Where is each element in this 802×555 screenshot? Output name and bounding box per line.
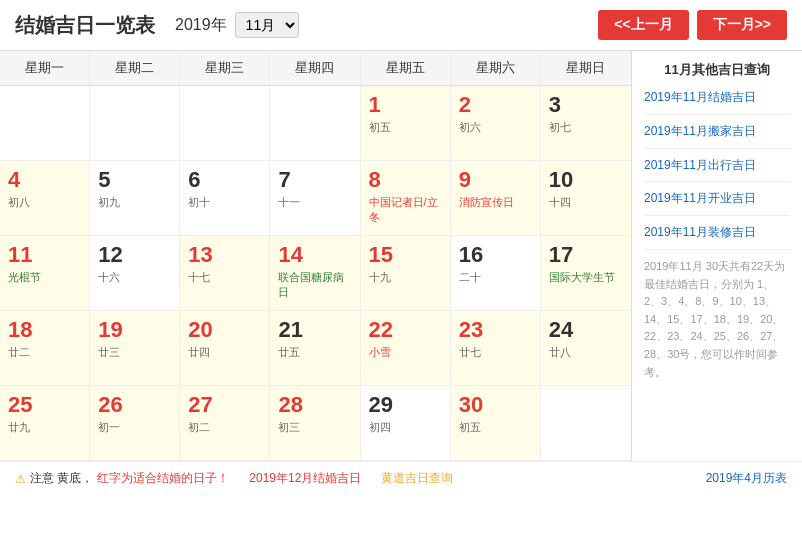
day-lunar: 小雪 <box>369 345 442 360</box>
day-cell[interactable]: 13十七 <box>180 236 270 311</box>
day-lunar: 初十 <box>188 195 261 210</box>
sidebar-divider-3 <box>644 181 790 182</box>
day-cell[interactable]: 26初一 <box>90 386 180 461</box>
day-number: 18 <box>8 317 81 343</box>
sidebar-link-business[interactable]: 2019年11月开业吉日 <box>644 190 790 207</box>
day-number: 19 <box>98 317 171 343</box>
day-cell <box>0 86 90 161</box>
day-cell[interactable]: 29初四 <box>361 386 451 461</box>
day-number: 26 <box>98 392 171 418</box>
day-number: 23 <box>459 317 532 343</box>
day-cell[interactable]: 21廿五 <box>270 311 360 386</box>
day-lunar: 十九 <box>369 270 442 285</box>
day-cell[interactable]: 8中国记者日/立冬 <box>361 161 451 236</box>
sidebar-divider-4 <box>644 215 790 216</box>
day-number: 5 <box>98 167 171 193</box>
sidebar-link-wedding[interactable]: 2019年11月结婚吉日 <box>644 89 790 106</box>
weekday-thu: 星期四 <box>270 51 360 85</box>
day-lunar: 初五 <box>459 420 532 435</box>
day-lunar: 二十 <box>459 270 532 285</box>
day-cell[interactable]: 16二十 <box>451 236 541 311</box>
day-lunar: 联合国糖尿病日 <box>278 270 351 300</box>
page-title: 结婚吉日一览表 <box>15 12 155 39</box>
year-label: 2019年 <box>175 15 227 36</box>
day-number: 7 <box>278 167 351 193</box>
day-cell[interactable]: 10十四 <box>541 161 631 236</box>
day-lunar: 光棍节 <box>8 270 81 285</box>
footer: ⚠ 注意 黄底， 红字为适合结婚的日子！ 2019年12月结婚吉日 黄道吉日查询… <box>0 461 802 495</box>
warning-icon: ⚠ <box>15 472 26 486</box>
weekday-tue: 星期二 <box>90 51 180 85</box>
day-number: 4 <box>8 167 81 193</box>
history-link[interactable]: 2019年4月历表 <box>706 470 787 487</box>
day-cell[interactable]: 22小雪 <box>361 311 451 386</box>
day-lunar: 初五 <box>369 120 442 135</box>
day-lunar: 廿三 <box>98 345 171 360</box>
day-cell[interactable]: 17国际大学生节 <box>541 236 631 311</box>
day-cell[interactable]: 23廿七 <box>451 311 541 386</box>
nav-buttons: <<上一月 下一月>> <box>598 10 787 40</box>
month-select[interactable]: 1月2月3月4月 5月6月7月8月 9月10月11月12月 <box>235 12 299 38</box>
day-lunar: 初四 <box>369 420 442 435</box>
day-cell[interactable]: 30初五 <box>451 386 541 461</box>
weekday-fri: 星期五 <box>361 51 451 85</box>
day-lunar: 十四 <box>549 195 623 210</box>
day-cell[interactable]: 9消防宣传日 <box>451 161 541 236</box>
day-cell[interactable]: 20廿四 <box>180 311 270 386</box>
day-lunar: 初二 <box>188 420 261 435</box>
note-text: 注意 黄底， <box>30 470 93 487</box>
day-number: 17 <box>549 242 623 268</box>
day-cell[interactable]: 11光棍节 <box>0 236 90 311</box>
day-number: 10 <box>549 167 623 193</box>
day-cell[interactable]: 14联合国糖尿病日 <box>270 236 360 311</box>
day-lunar: 初一 <box>98 420 171 435</box>
day-cell[interactable]: 5初九 <box>90 161 180 236</box>
day-cell[interactable]: 28初三 <box>270 386 360 461</box>
day-lunar: 初八 <box>8 195 81 210</box>
day-cell[interactable]: 15十九 <box>361 236 451 311</box>
day-cell[interactable]: 7十一 <box>270 161 360 236</box>
sidebar-link-renovation[interactable]: 2019年11月装修吉日 <box>644 224 790 241</box>
next-month-link[interactable]: 2019年12月结婚吉日 <box>249 470 361 487</box>
day-number: 13 <box>188 242 261 268</box>
day-cell[interactable]: 2初六 <box>451 86 541 161</box>
day-number: 16 <box>459 242 532 268</box>
day-number: 11 <box>8 242 81 268</box>
day-cell[interactable]: 6初十 <box>180 161 270 236</box>
day-lunar: 初三 <box>278 420 351 435</box>
sidebar-info: 2019年11月 30天共有22天为最佳结婚吉日，分别为 1、2、3、4、8、9… <box>644 258 790 381</box>
day-cell[interactable]: 12十六 <box>90 236 180 311</box>
weekday-sun: 星期日 <box>541 51 631 85</box>
weekday-wed: 星期三 <box>180 51 270 85</box>
sidebar-divider-5 <box>644 249 790 250</box>
query-link[interactable]: 黄道吉日查询 <box>381 470 453 487</box>
day-cell <box>90 86 180 161</box>
next-month-button[interactable]: 下一月>> <box>697 10 787 40</box>
weekday-header: 星期一 星期二 星期三 星期四 星期五 星期六 星期日 <box>0 51 631 86</box>
day-lunar: 廿五 <box>278 345 351 360</box>
day-number: 28 <box>278 392 351 418</box>
day-cell[interactable]: 25廿九 <box>0 386 90 461</box>
day-cell[interactable]: 3初七 <box>541 86 631 161</box>
prev-month-button[interactable]: <<上一月 <box>598 10 688 40</box>
day-lunar: 中国记者日/立冬 <box>369 195 442 225</box>
day-lunar: 廿八 <box>549 345 623 360</box>
day-cell[interactable]: 18廿二 <box>0 311 90 386</box>
sidebar-link-moving[interactable]: 2019年11月搬家吉日 <box>644 123 790 140</box>
day-number: 27 <box>188 392 261 418</box>
day-number: 15 <box>369 242 442 268</box>
day-lunar: 国际大学生节 <box>549 270 623 285</box>
day-number: 14 <box>278 242 351 268</box>
day-cell[interactable]: 1初五 <box>361 86 451 161</box>
day-cell[interactable]: 19廿三 <box>90 311 180 386</box>
sidebar-link-travel[interactable]: 2019年11月出行吉日 <box>644 157 790 174</box>
day-lunar: 十一 <box>278 195 351 210</box>
day-lunar: 廿四 <box>188 345 261 360</box>
day-cell[interactable]: 27初二 <box>180 386 270 461</box>
day-cell[interactable]: 4初八 <box>0 161 90 236</box>
day-lunar: 消防宣传日 <box>459 195 532 210</box>
sidebar-divider-2 <box>644 148 790 149</box>
day-cell[interactable]: 24廿八 <box>541 311 631 386</box>
day-number: 3 <box>549 92 623 118</box>
footer-note: ⚠ 注意 黄底， 红字为适合结婚的日子！ <box>15 470 229 487</box>
